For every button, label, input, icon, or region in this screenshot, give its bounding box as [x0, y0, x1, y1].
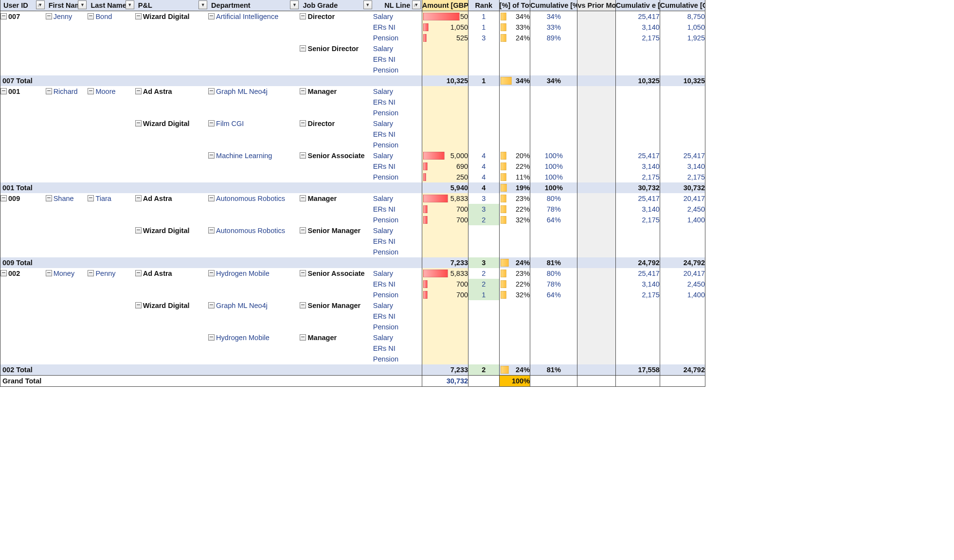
- cell-vs-prior[interactable]: [577, 54, 615, 65]
- cell-vs-prior[interactable]: [577, 33, 615, 43]
- cell-rank[interactable]: [468, 65, 500, 75]
- header-pct-total[interactable]: [%] of Total: [499, 0, 530, 11]
- cell-user-id[interactable]: [0, 161, 46, 172]
- cell-first-name[interactable]: [46, 247, 88, 257]
- cell-department[interactable]: Hydrogen Mobile: [208, 268, 300, 279]
- cell-cum-pct[interactable]: [530, 65, 577, 75]
- filter-dropdown-icon[interactable]: ▼: [36, 0, 45, 9]
- cell-amount[interactable]: [422, 300, 468, 311]
- cell-amount[interactable]: [422, 54, 468, 65]
- cell-job-grade[interactable]: [300, 343, 373, 354]
- cell-cum-better[interactable]: 25,417: [615, 268, 660, 279]
- cell-nl-line[interactable]: ERs NI: [373, 54, 422, 65]
- cell-amount[interactable]: [422, 225, 468, 236]
- cell-pct[interactable]: 34%: [499, 11, 530, 22]
- cell-first-name[interactable]: Jenny: [46, 11, 88, 22]
- header-first-name[interactable]: First Name▼: [46, 0, 88, 11]
- cell-cum-gbp[interactable]: [660, 97, 705, 108]
- collapse-icon[interactable]: [300, 13, 306, 19]
- cell-cum-better[interactable]: [615, 54, 660, 65]
- collapse-icon[interactable]: [88, 195, 94, 201]
- cell-nl-line[interactable]: Salary: [373, 43, 422, 54]
- cell-amount[interactable]: 700: [422, 279, 468, 289]
- cell-rank[interactable]: 4: [468, 161, 500, 172]
- cell-cum-gbp[interactable]: [660, 311, 705, 322]
- cell-vs-prior[interactable]: [577, 311, 615, 322]
- cell-cum-gbp[interactable]: 30,732: [660, 182, 705, 193]
- cell-nl-line[interactable]: Salary: [373, 268, 422, 279]
- cell-cum-better[interactable]: [615, 236, 660, 247]
- cell-rank[interactable]: 2: [468, 364, 500, 376]
- collapse-icon[interactable]: [300, 45, 306, 52]
- cell-amount[interactable]: 30,732: [422, 376, 468, 387]
- cell-cum-gbp[interactable]: 2,450: [660, 204, 705, 215]
- cell-rank[interactable]: 4: [468, 172, 500, 182]
- cell-cum-gbp[interactable]: [660, 332, 705, 343]
- collapse-icon[interactable]: [208, 302, 215, 308]
- cell-nl-line[interactable]: Pension: [373, 65, 422, 75]
- cell-user-id[interactable]: [0, 215, 46, 225]
- cell-first-name[interactable]: [46, 332, 88, 343]
- cell-pl[interactable]: [135, 204, 208, 215]
- header-cum-pct[interactable]: Cumulative [%]: [530, 0, 577, 11]
- collapse-icon[interactable]: [208, 227, 215, 234]
- filter-dropdown-icon[interactable]: ▼: [126, 0, 134, 9]
- cell-first-name[interactable]: [46, 354, 88, 364]
- collapse-icon[interactable]: [0, 88, 7, 94]
- cell-cum-better[interactable]: 2,175: [615, 215, 660, 225]
- cell-first-name[interactable]: [46, 43, 88, 54]
- cell-job-grade[interactable]: [300, 108, 373, 118]
- cell-job-grade[interactable]: Manager: [300, 193, 373, 204]
- cell-nl-line[interactable]: Pension: [373, 140, 422, 150]
- cell-cum-better[interactable]: [615, 376, 660, 387]
- collapse-icon[interactable]: [300, 120, 306, 126]
- cell-pl[interactable]: [135, 33, 208, 43]
- cell-pl[interactable]: [135, 129, 208, 140]
- cell-last-name[interactable]: [88, 108, 135, 118]
- cell-job-grade[interactable]: [300, 65, 373, 75]
- collapse-icon[interactable]: [46, 195, 52, 201]
- cell-amount[interactable]: 8,750: [422, 11, 468, 22]
- cell-pl[interactable]: Ad Astra: [135, 86, 208, 97]
- cell-amount[interactable]: [422, 97, 468, 108]
- cell-cum-better[interactable]: 2,175: [615, 33, 660, 43]
- cell-pct[interactable]: [499, 332, 530, 343]
- cell-pct[interactable]: [499, 140, 530, 150]
- cell-pl[interactable]: [135, 236, 208, 247]
- cell-cum-gbp[interactable]: [660, 376, 705, 387]
- cell-cum-pct[interactable]: 81%: [530, 364, 577, 376]
- cell-pct[interactable]: 100%: [499, 376, 530, 387]
- cell-amount[interactable]: 5,940: [422, 182, 468, 193]
- cell-last-name[interactable]: [88, 22, 135, 33]
- cell-department[interactable]: [208, 354, 300, 364]
- cell-total-label[interactable]: 009 Total: [0, 257, 422, 268]
- cell-vs-prior[interactable]: [577, 332, 615, 343]
- cell-user-id[interactable]: [0, 97, 46, 108]
- cell-user-id[interactable]: [0, 354, 46, 364]
- cell-vs-prior[interactable]: [577, 268, 615, 279]
- cell-rank[interactable]: 1: [468, 22, 500, 33]
- cell-user-id[interactable]: [0, 322, 46, 332]
- cell-rank[interactable]: [468, 311, 500, 322]
- cell-cum-gbp[interactable]: 24,792: [660, 257, 705, 268]
- collapse-icon[interactable]: [300, 195, 306, 201]
- cell-last-name[interactable]: [88, 33, 135, 43]
- cell-vs-prior[interactable]: [577, 322, 615, 332]
- cell-rank[interactable]: [468, 108, 500, 118]
- cell-rank[interactable]: 1: [468, 289, 500, 300]
- collapse-icon[interactable]: [208, 334, 215, 341]
- cell-rank[interactable]: 4: [468, 182, 500, 193]
- cell-pct[interactable]: 22%: [499, 161, 530, 172]
- cell-amount[interactable]: [422, 129, 468, 140]
- cell-nl-line[interactable]: ERs NI: [373, 97, 422, 108]
- cell-cum-pct[interactable]: [530, 376, 577, 387]
- cell-rank[interactable]: 3: [468, 193, 500, 204]
- filter-dropdown-icon[interactable]: ▼: [78, 0, 87, 9]
- cell-user-id[interactable]: [0, 247, 46, 257]
- cell-cum-pct[interactable]: [530, 300, 577, 311]
- cell-department[interactable]: [208, 343, 300, 354]
- collapse-icon[interactable]: [300, 270, 306, 276]
- cell-rank[interactable]: [468, 343, 500, 354]
- cell-cum-pct[interactable]: 34%: [530, 75, 577, 86]
- cell-pct[interactable]: 34%: [499, 75, 530, 86]
